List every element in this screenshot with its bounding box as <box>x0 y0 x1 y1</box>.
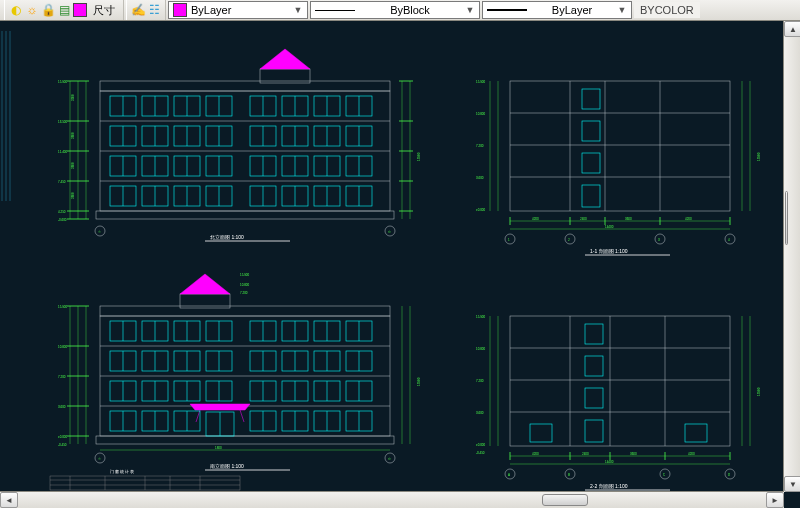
svg-text:2-2 剖面图 1:100: 2-2 剖面图 1:100 <box>590 483 628 489</box>
svg-text:2: 2 <box>568 238 570 242</box>
svg-rect-267 <box>585 388 603 408</box>
svg-text:C: C <box>663 473 666 477</box>
lineweight-dropdown-text: ByLayer <box>531 4 613 16</box>
svg-text:4200: 4200 <box>532 217 539 221</box>
lock-icon[interactable]: 🔒 <box>41 3 55 17</box>
svg-marker-160 <box>180 274 230 294</box>
svg-text:15900: 15900 <box>417 377 421 386</box>
svg-text:B: B <box>568 473 570 477</box>
linetype-dropdown-text: ByBlock <box>359 4 461 16</box>
svg-text:3.600: 3.600 <box>476 411 484 415</box>
svg-text:10.800: 10.800 <box>58 345 68 349</box>
svg-point-143 <box>505 234 515 244</box>
svg-text:7.450: 7.450 <box>58 180 66 184</box>
svg-rect-266 <box>585 356 603 376</box>
north-elevation-drawing: 15.900 13.500 11.400 7.450 4.250 -0.600 … <box>58 49 421 241</box>
hscroll-track[interactable] <box>18 493 766 507</box>
hscroll-thumb[interactable] <box>542 494 589 506</box>
svg-text:①: ① <box>98 230 101 234</box>
svg-rect-117 <box>582 89 600 109</box>
chevron-down-icon: ▼ <box>617 5 627 15</box>
plot-icon[interactable]: ▤ <box>57 3 71 17</box>
svg-rect-258 <box>510 316 730 446</box>
layer-states-icon[interactable]: ✍ <box>131 3 145 17</box>
svg-text:7.200: 7.200 <box>240 291 248 295</box>
svg-text:15.900: 15.900 <box>476 315 486 319</box>
svg-rect-269 <box>530 424 552 442</box>
svg-rect-265 <box>585 324 603 344</box>
svg-text:-0.450: -0.450 <box>58 443 67 447</box>
svg-text:3.600: 3.600 <box>58 405 66 409</box>
svg-text:15.900: 15.900 <box>58 80 68 84</box>
layer-xref-group: ✍ ☷ <box>126 0 166 20</box>
model-space-canvas[interactable]: 15.900 13.500 11.400 7.450 4.250 -0.600 … <box>0 21 800 508</box>
door-window-schedule-table: 门 窗 统 计 表 <box>50 469 240 490</box>
svg-text:4200: 4200 <box>688 452 695 456</box>
svg-text:⑩: ⑩ <box>388 457 391 461</box>
svg-text:3300: 3300 <box>71 94 75 101</box>
svg-text:10.800: 10.800 <box>240 283 250 287</box>
properties-toolbar: ◐ ☼ 🔒 ▤ 尺寸 ✍ ☷ ByLayer ▼ ByBlock ▼ ByLay… <box>0 0 800 21</box>
scroll-down-button[interactable]: ▼ <box>784 476 800 492</box>
svg-text:-0.600: -0.600 <box>58 218 67 222</box>
lineweight-dropdown[interactable]: ByLayer ▼ <box>482 1 632 19</box>
svg-text:15900: 15900 <box>417 152 421 161</box>
svg-text:15900: 15900 <box>757 152 761 161</box>
chevron-down-icon: ▼ <box>293 5 303 15</box>
svg-text:4200: 4200 <box>685 217 692 221</box>
svg-text:3600: 3600 <box>630 452 637 456</box>
layer-previous-icon[interactable]: ☷ <box>147 3 161 17</box>
left-dimension-chain: 15.900 13.500 11.400 7.450 4.250 -0.600 … <box>58 80 89 222</box>
svg-text:2400: 2400 <box>580 217 587 221</box>
plotstyle-label: BYCOLOR <box>634 2 700 18</box>
svg-rect-158 <box>100 306 390 316</box>
svg-text:15900: 15900 <box>757 387 761 396</box>
svg-text:14400: 14400 <box>605 460 614 464</box>
linetype-dropdown[interactable]: ByBlock ▼ <box>310 1 480 19</box>
scroll-up-button[interactable]: ▲ <box>784 21 800 37</box>
svg-text:3: 3 <box>658 238 660 242</box>
vscroll-thumb[interactable] <box>785 191 788 246</box>
svg-text:4200: 4200 <box>532 452 539 456</box>
linetype-preview-icon <box>315 10 355 11</box>
vertical-scrollbar[interactable]: ▲ ▼ <box>783 21 800 492</box>
svg-text:4: 4 <box>728 238 730 242</box>
svg-text:⑩: ⑩ <box>388 230 391 234</box>
svg-text:7.200: 7.200 <box>476 379 484 383</box>
svg-rect-118 <box>582 121 600 141</box>
svg-text:A: A <box>508 473 510 477</box>
south-elevation-drawing: 15.900 10.800 7.200 3.600 ±0.000 -0.450 … <box>58 273 421 470</box>
scroll-left-button[interactable]: ◄ <box>0 492 18 508</box>
scroll-right-button[interactable]: ► <box>766 492 784 508</box>
sun-icon[interactable]: ☼ <box>25 3 39 17</box>
svg-point-147 <box>655 234 665 244</box>
svg-point-145 <box>565 234 575 244</box>
layer-name-label: 尺寸 <box>89 3 119 18</box>
lightbulb-icon[interactable]: ◐ <box>9 3 23 17</box>
vscroll-track[interactable] <box>784 37 800 476</box>
svg-line-165 <box>240 410 244 422</box>
svg-text:3.600: 3.600 <box>476 176 484 180</box>
svg-text:15.900: 15.900 <box>58 305 68 309</box>
section-1-1-drawing: 15.900 10.800 7.200 3.600 ±0.000 15900 4… <box>476 80 761 255</box>
svg-rect-8 <box>100 81 390 91</box>
svg-text:1: 1 <box>508 238 510 242</box>
chevron-down-icon: ▼ <box>465 5 475 15</box>
svg-rect-110 <box>510 81 730 211</box>
svg-rect-120 <box>582 185 600 207</box>
svg-text:14400: 14400 <box>605 225 614 229</box>
svg-text:1800: 1800 <box>215 446 222 450</box>
axis-bubbles: ① ⑩ <box>95 226 395 236</box>
svg-rect-270 <box>685 424 707 442</box>
svg-text:15.900: 15.900 <box>240 273 250 277</box>
left-edge-hatch <box>2 31 10 201</box>
svg-text:3600: 3600 <box>71 192 75 199</box>
color-dropdown[interactable]: ByLayer ▼ <box>168 1 308 19</box>
lineweight-preview-icon <box>487 9 527 11</box>
cad-drawing-svg: 15.900 13.500 11.400 7.450 4.250 -0.600 … <box>0 21 780 491</box>
section-doors-cyan <box>582 89 600 207</box>
layer-color-swatch[interactable] <box>73 3 87 17</box>
right-dimension-chain: 15900 <box>399 81 421 219</box>
horizontal-scrollbar[interactable]: ◄ ► <box>0 491 784 508</box>
svg-marker-163 <box>190 404 250 410</box>
